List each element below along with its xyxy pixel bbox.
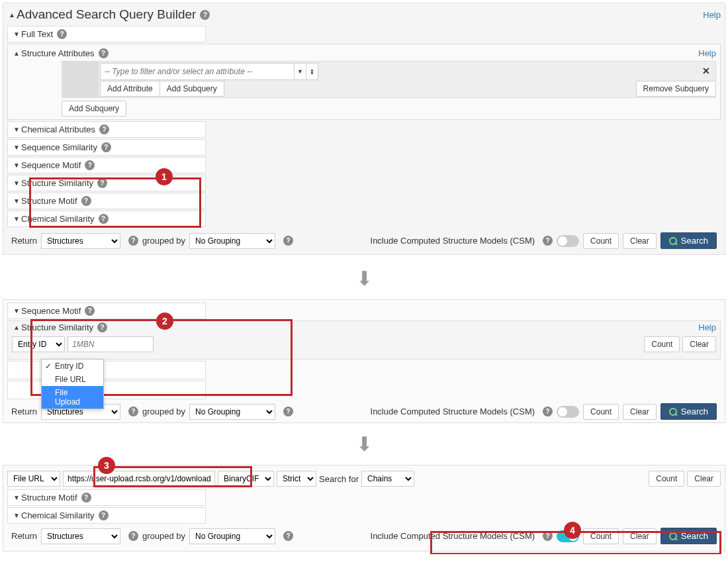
help-icon[interactable]: ? [97, 322, 107, 332]
search-button[interactable]: Search [660, 528, 717, 544]
csm-toggle[interactable] [557, 406, 579, 418]
add-subquery-button[interactable]: Add Subquery [159, 81, 224, 97]
help-icon[interactable]: ? [283, 236, 293, 246]
help-icon[interactable]: ? [99, 214, 109, 224]
clear-button[interactable]: Clear [623, 404, 657, 420]
input-mode-select[interactable]: Entry ID [12, 336, 65, 352]
help-link[interactable]: Help [703, 10, 721, 20]
return-select[interactable]: Structures [41, 233, 120, 249]
help-icon[interactable]: ? [99, 124, 109, 134]
chevron-down-icon[interactable]: ▼ [294, 64, 306, 79]
section-chemical-similarity[interactable]: ▼Chemical Similarity? [7, 507, 206, 524]
section-label: Structure Attributes [21, 48, 95, 58]
help-icon[interactable]: ? [128, 407, 138, 416]
return-label: Return [11, 407, 37, 416]
section-label: Structure Similarity [21, 178, 93, 188]
clear-button[interactable]: Clear [623, 233, 657, 249]
section-structure-motif[interactable]: ▼Structure Motif? [7, 489, 206, 506]
section-sequence-similarity[interactable]: ▼Sequence Similarity? [7, 139, 206, 156]
caret-up-icon[interactable]: ▲ [12, 50, 21, 57]
caret-up-icon[interactable]: ▲ [7, 11, 17, 19]
help-icon[interactable]: ? [85, 306, 95, 316]
csm-label: Include Computed Structure Models (CSM) [371, 407, 535, 416]
count-button[interactable]: Count [583, 233, 619, 249]
grouping-select[interactable]: No Grouping [189, 404, 275, 420]
section-sequence-motif[interactable]: ▼Sequence Motif? [7, 157, 206, 173]
help-icon[interactable]: ? [283, 407, 293, 416]
count-button[interactable]: Count [583, 404, 619, 420]
return-label: Return [11, 236, 37, 246]
search-icon [669, 408, 677, 416]
section-hidden-1[interactable]: ? [7, 361, 206, 379]
help-icon[interactable]: ? [97, 178, 107, 188]
strict-select[interactable]: Strict [277, 471, 316, 487]
help-icon[interactable]: ? [128, 236, 138, 246]
format-select[interactable]: BinaryCIF [218, 471, 274, 487]
section-label: Chemical Attributes [21, 124, 95, 134]
count-button[interactable]: Count [649, 471, 684, 487]
help-icon[interactable]: ? [128, 531, 138, 541]
help-icon[interactable]: ? [81, 196, 91, 206]
csm-toggle[interactable] [557, 530, 579, 542]
section-structure-motif[interactable]: ▼Structure Motif? [7, 193, 206, 209]
caret-up-icon[interactable]: ▲ [12, 324, 21, 331]
panel-title: Advanced Search Query Builder [17, 7, 196, 22]
caret-down-icon: ▼ [12, 512, 21, 519]
count-button[interactable]: Count [583, 528, 619, 544]
clear-button[interactable]: Clear [623, 528, 657, 544]
attribute-combobox[interactable]: ▼ ▲▼ [100, 63, 318, 80]
help-icon[interactable]: ? [85, 160, 95, 170]
search-for-select[interactable]: Chains [361, 471, 414, 487]
section-sequence-motif[interactable]: ▼Sequence Motif? [7, 303, 206, 319]
chevron-updown-icon[interactable]: ▲▼ [306, 64, 318, 79]
remove-subquery-button[interactable]: Remove Subquery [636, 81, 716, 97]
clear-button[interactable]: Clear [687, 471, 721, 487]
search-button[interactable]: Search [660, 232, 717, 249]
caret-down-icon: ▼ [12, 144, 21, 151]
section-chemical-similarity[interactable]: ▼Chemical Similarity? [7, 211, 206, 227]
grouping-select[interactable]: No Grouping [189, 233, 275, 249]
search-button[interactable]: Search [660, 403, 717, 420]
count-button[interactable]: Count [644, 336, 680, 352]
clear-button[interactable]: Clear [682, 336, 716, 352]
help-icon[interactable]: ? [99, 510, 109, 520]
section-structure-similarity-open: ▲ Structure Similarity ? Help Entry ID C… [7, 320, 721, 360]
help-icon[interactable]: ? [200, 10, 210, 20]
return-row: Return Structures ? grouped by No Groupi… [7, 525, 721, 547]
help-icon[interactable]: ? [543, 407, 553, 416]
grouped-by-label: grouped by [142, 531, 185, 541]
csm-toggle[interactable] [557, 235, 579, 247]
dropdown-option[interactable]: Entry ID [42, 360, 103, 373]
help-link[interactable]: Help [698, 322, 716, 332]
input-mode-dropdown[interactable]: Entry ID File URL File Upload [41, 359, 104, 409]
close-icon[interactable]: ✕ [702, 66, 710, 76]
help-icon[interactable]: ? [543, 531, 553, 541]
drag-handle[interactable] [62, 62, 99, 80]
section-structure-similarity[interactable]: ▼Structure Similarity? [7, 175, 206, 191]
help-icon[interactable]: ? [283, 531, 293, 541]
return-row: Return Structures ? grouped by No Groupi… [7, 230, 721, 252]
section-full-text[interactable]: ▼ Full Text ? [7, 26, 206, 42]
section-hidden-2[interactable]: ity? [7, 381, 206, 399]
search-for-label: Search for [319, 474, 359, 484]
grouped-by-label: grouped by [142, 407, 185, 416]
grouping-select[interactable]: No Grouping [189, 528, 275, 544]
attribute-input[interactable] [101, 64, 294, 79]
dropdown-option[interactable]: File URL [42, 373, 103, 386]
search-icon [669, 532, 677, 540]
help-icon[interactable]: ? [101, 142, 111, 152]
file-url-input[interactable] [63, 471, 215, 487]
section-chemical-attributes[interactable]: ▼Chemical Attributes? [7, 121, 206, 138]
subquery-block: ▼ ▲▼ ✕ Add Attribute Add Subquery [62, 61, 716, 98]
help-icon[interactable]: ? [81, 493, 91, 503]
help-icon[interactable]: ? [57, 29, 67, 39]
add-subquery-button[interactable]: Add Subquery [62, 101, 126, 117]
return-select[interactable]: Structures [41, 528, 120, 544]
help-icon[interactable]: ? [543, 236, 553, 246]
help-link[interactable]: Help [698, 48, 716, 58]
help-icon[interactable]: ? [99, 48, 109, 58]
input-mode-select[interactable]: File URL [7, 471, 60, 487]
entry-id-input[interactable] [68, 336, 154, 352]
add-attribute-button[interactable]: Add Attribute [100, 81, 160, 97]
dropdown-option[interactable]: File Upload [42, 386, 103, 409]
